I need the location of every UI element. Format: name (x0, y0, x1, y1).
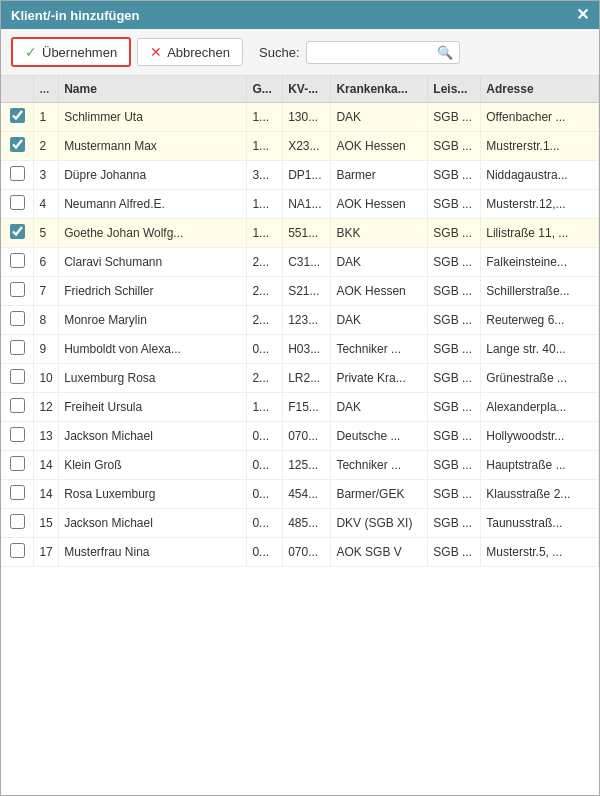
row-leistung: SGB ... (428, 132, 481, 161)
row-kv: NA1... (283, 190, 331, 219)
row-leistung: SGB ... (428, 364, 481, 393)
row-name: Friedrich Schiller (59, 277, 247, 306)
row-checkbox[interactable] (10, 195, 25, 210)
row-name: Jackson Michael (59, 509, 247, 538)
row-g: 1... (247, 219, 283, 248)
row-adresse: Lange str. 40... (481, 335, 599, 364)
row-krankenkasse: DAK (331, 393, 428, 422)
row-kv: 454... (283, 480, 331, 509)
search-wrapper: 🔍 (306, 41, 460, 64)
row-name: Schlimmer Uta (59, 103, 247, 132)
row-g: 2... (247, 306, 283, 335)
table-row: 5Goethe Johan Wolfg...1...551...BKKSGB .… (1, 219, 599, 248)
row-checkbox[interactable] (10, 224, 25, 239)
row-nr: 14 (34, 480, 59, 509)
row-adresse: Falkeinsteine... (481, 248, 599, 277)
row-adresse: Schillerstraße... (481, 277, 599, 306)
row-g: 0... (247, 509, 283, 538)
row-checkbox[interactable] (10, 369, 25, 384)
ubernehmen-button[interactable]: ✓ Übernehmen (11, 37, 131, 67)
row-checkbox[interactable] (10, 398, 25, 413)
row-kv: X23... (283, 132, 331, 161)
row-checkbox[interactable] (10, 543, 25, 558)
row-name: Düpre Johanna (59, 161, 247, 190)
row-checkbox-cell (1, 277, 34, 306)
row-kv: 130... (283, 103, 331, 132)
row-name: Jackson Michael (59, 422, 247, 451)
col-header-g: G... (247, 76, 283, 103)
row-g: 1... (247, 190, 283, 219)
row-checkbox-cell (1, 190, 34, 219)
row-krankenkasse: Barmer (331, 161, 428, 190)
row-checkbox[interactable] (10, 166, 25, 181)
row-nr: 7 (34, 277, 59, 306)
col-header-addr: Adresse (481, 76, 599, 103)
row-name: Goethe Johan Wolfg... (59, 219, 247, 248)
row-name: Musterfrau Nina (59, 538, 247, 567)
col-header-leis: Leis... (428, 76, 481, 103)
row-leistung: SGB ... (428, 480, 481, 509)
row-krankenkasse: Techniker ... (331, 335, 428, 364)
row-kv: 070... (283, 422, 331, 451)
row-checkbox[interactable] (10, 514, 25, 529)
ubernehmen-label: Übernehmen (42, 45, 117, 60)
row-kv: 125... (283, 451, 331, 480)
row-checkbox[interactable] (10, 485, 25, 500)
row-checkbox[interactable] (10, 108, 25, 123)
row-checkbox[interactable] (10, 311, 25, 326)
table-row: 8Monroe Marylin2...123...DAKSGB ...Reute… (1, 306, 599, 335)
row-checkbox-cell (1, 219, 34, 248)
row-leistung: SGB ... (428, 190, 481, 219)
table-body: 1Schlimmer Uta1...130...DAKSGB ...Offenb… (1, 103, 599, 567)
row-checkbox[interactable] (10, 253, 25, 268)
table-row: 14Rosa Luxemburg0...454...Barmer/GEKSGB … (1, 480, 599, 509)
window-title: Klient/-in hinzufügen (11, 8, 140, 23)
row-kv: 551... (283, 219, 331, 248)
row-checkbox[interactable] (10, 340, 25, 355)
row-checkbox[interactable] (10, 456, 25, 471)
row-g: 0... (247, 538, 283, 567)
row-nr: 9 (34, 335, 59, 364)
row-name: Luxemburg Rosa (59, 364, 247, 393)
row-leistung: SGB ... (428, 335, 481, 364)
row-checkbox[interactable] (10, 137, 25, 152)
row-checkbox[interactable] (10, 282, 25, 297)
row-g: 0... (247, 335, 283, 364)
row-nr: 8 (34, 306, 59, 335)
dialog-window: Klient/-in hinzufügen ✕ ✓ Übernehmen ✕ A… (0, 0, 600, 796)
row-nr: 3 (34, 161, 59, 190)
search-input[interactable] (313, 45, 433, 60)
row-checkbox-cell (1, 538, 34, 567)
row-nr: 6 (34, 248, 59, 277)
toolbar: ✓ Übernehmen ✕ Abbrechen Suche: 🔍 (1, 29, 599, 76)
row-leistung: SGB ... (428, 219, 481, 248)
row-checkbox[interactable] (10, 427, 25, 442)
row-leistung: SGB ... (428, 161, 481, 190)
row-kv: F15... (283, 393, 331, 422)
row-name: Monroe Marylin (59, 306, 247, 335)
row-g: 1... (247, 103, 283, 132)
row-name: Neumann Alfred.E. (59, 190, 247, 219)
row-nr: 17 (34, 538, 59, 567)
row-adresse: Taunusstraß... (481, 509, 599, 538)
row-checkbox-cell (1, 364, 34, 393)
row-name: Mustermann Max (59, 132, 247, 161)
row-leistung: SGB ... (428, 538, 481, 567)
row-name: Freiheit Ursula (59, 393, 247, 422)
table-row: 2Mustermann Max1...X23...AOK HessenSGB .… (1, 132, 599, 161)
row-checkbox-cell (1, 161, 34, 190)
row-checkbox-cell (1, 103, 34, 132)
abbrechen-button[interactable]: ✕ Abbrechen (137, 38, 243, 66)
table-row: 4Neumann Alfred.E.1...NA1...AOK HessenSG… (1, 190, 599, 219)
close-button[interactable]: ✕ (576, 7, 589, 23)
row-nr: 2 (34, 132, 59, 161)
col-header-name: Name (59, 76, 247, 103)
row-checkbox-cell (1, 132, 34, 161)
row-nr: 15 (34, 509, 59, 538)
row-g: 0... (247, 480, 283, 509)
row-checkbox-cell (1, 451, 34, 480)
row-g: 1... (247, 132, 283, 161)
row-name: Humboldt von Alexa... (59, 335, 247, 364)
row-g: 2... (247, 364, 283, 393)
check-icon: ✓ (25, 44, 37, 60)
